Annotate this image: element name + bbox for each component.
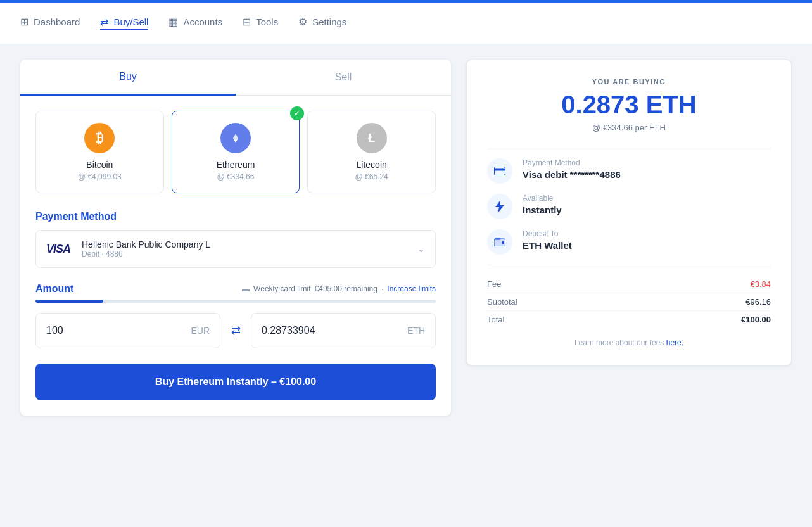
tab-header: Buy Sell — [20, 60, 451, 96]
eth-name: Ethereum — [180, 160, 292, 170]
progress-fill — [35, 300, 103, 303]
summary-bolt-icon — [487, 194, 512, 219]
subtotal-value: €96.16 — [745, 297, 771, 307]
amount-section-label: Amount — [35, 283, 73, 295]
btc-price: @ €4,099.03 — [44, 172, 156, 181]
buying-rate: @ €334.66 per ETH — [487, 123, 771, 132]
buying-amount: 0.2873 ETH — [487, 91, 771, 119]
summary-wallet-icon — [487, 229, 512, 255]
total-value: €100.00 — [741, 315, 771, 324]
main-content: Buy Sell ₿ Bitcoin @ €4,099.03 ✓ — [0, 44, 812, 431]
nav-accounts[interactable]: ▦ Accounts — [168, 13, 222, 30]
nav-dashboard[interactable]: ⊞ Dashboard — [20, 13, 80, 30]
payment-section-label: Payment Method — [35, 211, 436, 222]
fee-row: Fee €3.84 — [487, 276, 771, 293]
payment-sub: Debit · 4886 — [82, 250, 210, 258]
payment-method-label: Payment Method — [523, 158, 621, 167]
you-are-buying-label: YOU ARE BUYING — [487, 78, 771, 86]
svg-rect-5 — [502, 241, 504, 244]
weekly-limit-progress-bar — [35, 300, 436, 303]
crypto-card-btc[interactable]: ₿ Bitcoin @ €4,099.03 — [35, 111, 164, 193]
ltc-icon: Ł — [357, 123, 387, 153]
eth-amount-input[interactable] — [262, 325, 407, 336]
available-value: Instantly — [523, 205, 562, 215]
tab-sell[interactable]: Sell — [236, 60, 451, 95]
nav-settings[interactable]: ⚙ Settings — [298, 13, 346, 30]
payment-name: Hellenic Bank Public Company L — [82, 239, 210, 250]
total-row: Total €100.00 — [487, 311, 771, 328]
footer-note: Learn more about our fees here. — [487, 338, 771, 347]
weekly-card-limit-label: Weekly card limit — [253, 284, 310, 293]
tab-buy[interactable]: Buy — [20, 60, 236, 96]
subtotal-row: Subtotal €96.16 — [487, 293, 771, 311]
limit-info: ▬ Weekly card limit €495.00 remaining · … — [242, 284, 436, 293]
order-summary: YOU ARE BUYING 0.2873 ETH @ €334.66 per … — [466, 60, 792, 365]
accounts-icon: ▦ — [168, 16, 178, 28]
summary-deposit-row: Deposit To ETH Wallet — [487, 229, 771, 255]
total-label: Total — [487, 315, 504, 324]
nav-tools-label: Tools — [256, 16, 278, 27]
nav-accounts-label: Accounts — [183, 16, 222, 27]
card-icon: ▬ — [242, 284, 250, 293]
fee-label: Fee — [487, 279, 501, 289]
swap-icon[interactable]: ⇄ — [228, 324, 243, 338]
divider-2 — [487, 265, 771, 265]
dashboard-icon: ⊞ — [20, 16, 29, 28]
available-label: Available — [523, 194, 562, 203]
payment-info: Hellenic Bank Public Company L Debit · 4… — [82, 239, 210, 258]
summary-available-text: Available Instantly — [523, 194, 562, 215]
deposit-label: Deposit To — [523, 229, 572, 238]
payment-selector[interactable]: VISA Hellenic Bank Public Company L Debi… — [35, 230, 436, 268]
nav-dashboard-label: Dashboard — [34, 16, 80, 27]
navbar: ⊞ Dashboard ⇄ Buy/Sell ▦ Accounts ⊟ Tool… — [0, 0, 812, 44]
eth-icon — [220, 123, 251, 153]
tools-icon: ⊟ — [243, 16, 251, 28]
btc-icon: ₿ — [84, 123, 115, 153]
eur-input-group: EUR — [35, 313, 220, 348]
deposit-value: ETH Wallet — [523, 240, 572, 251]
ltc-price: @ €65.24 — [315, 172, 428, 181]
chevron-down-icon: ⌄ — [417, 244, 425, 254]
left-panel: Buy Sell ₿ Bitcoin @ €4,099.03 ✓ — [20, 60, 451, 416]
nav-buysell[interactable]: ⇄ Buy/Sell — [100, 13, 148, 30]
subtotal-label: Subtotal — [487, 297, 517, 307]
summary-available-row: Available Instantly — [487, 194, 771, 219]
buysell-icon: ⇄ — [100, 16, 108, 28]
remaining-text: €495.00 remaining — [315, 284, 377, 293]
payment-method-value: Visa debit ********4886 — [523, 169, 621, 180]
tab-body: ₿ Bitcoin @ €4,099.03 ✓ — [20, 96, 451, 416]
nav-tools[interactable]: ⊟ Tools — [243, 13, 278, 30]
eur-label: EUR — [191, 326, 210, 336]
amount-header: Amount ▬ Weekly card limit €495.00 remai… — [35, 283, 436, 295]
nav-buysell-label: Buy/Sell — [113, 16, 148, 27]
summary-payment-text: Payment Method Visa debit ********4886 — [523, 158, 621, 180]
right-panel: YOU ARE BUYING 0.2873 ETH @ €334.66 per … — [466, 60, 792, 416]
svg-rect-6 — [495, 238, 500, 240]
fee-value: €3.84 — [750, 279, 771, 289]
svg-rect-2 — [494, 169, 505, 171]
footer-text: Learn more about our fees — [574, 338, 666, 347]
payment-left: VISA Hellenic Bank Public Company L Debi… — [46, 239, 210, 258]
nav-settings-label: Settings — [312, 16, 346, 27]
crypto-grid: ₿ Bitcoin @ €4,099.03 ✓ — [35, 111, 436, 193]
buy-button[interactable]: Buy Ethereum Instantly – €100.00 — [35, 364, 436, 400]
fees-link[interactable]: here. — [666, 338, 683, 347]
amount-inputs: EUR ⇄ ETH — [35, 313, 436, 348]
dot-separator: · — [381, 284, 383, 293]
settings-icon: ⚙ — [298, 16, 307, 28]
visa-logo: VISA — [46, 243, 74, 256]
ltc-name: Litecoin — [315, 160, 428, 170]
buysell-panel: Buy Sell ₿ Bitcoin @ €4,099.03 ✓ — [20, 60, 451, 416]
summary-payment-row: Payment Method Visa debit ********4886 — [487, 158, 771, 184]
eth-input-group: ETH — [251, 313, 436, 348]
crypto-card-eth[interactable]: ✓ Ethereum @ €334.66 — [172, 111, 300, 193]
increase-limits-link[interactable]: Increase limits — [387, 284, 436, 293]
summary-payment-icon — [487, 158, 512, 184]
eth-price: @ €334.66 — [180, 172, 292, 181]
btc-name: Bitcoin — [44, 160, 156, 170]
divider-1 — [487, 148, 771, 148]
selected-badge: ✓ — [290, 106, 304, 120]
eur-amount-input[interactable] — [46, 325, 191, 336]
svg-rect-1 — [495, 167, 505, 175]
crypto-card-ltc[interactable]: Ł Litecoin @ €65.24 — [307, 111, 436, 193]
